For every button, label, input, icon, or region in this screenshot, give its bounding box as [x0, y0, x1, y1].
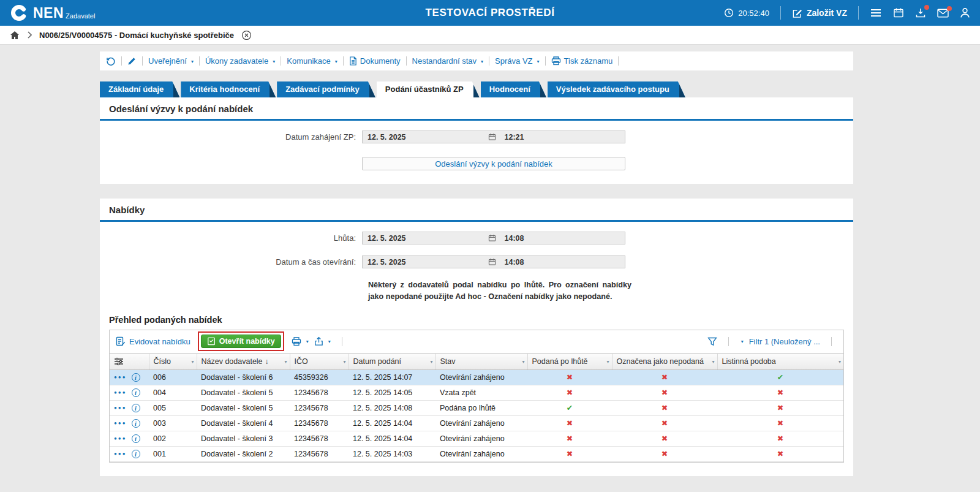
calendar-picker-icon[interactable] — [488, 258, 496, 266]
lhuta-input[interactable]: 12. 5. 2025 14:08 — [362, 232, 625, 244]
edit-record-icon[interactable] — [127, 56, 137, 66]
create-vz-button[interactable]: Založit VZ — [792, 8, 847, 18]
time-value[interactable]: 12:21 — [500, 133, 625, 142]
row-menu-icon[interactable]: ●●● — [114, 421, 127, 426]
home-icon[interactable] — [10, 31, 20, 40]
row-menu-icon[interactable]: ●●● — [114, 406, 127, 411]
row-info-icon[interactable]: i — [132, 404, 140, 412]
cell-oznacena-jako-nepodana: ✖ — [612, 446, 717, 461]
datum-zahajeni-input[interactable]: 12. 5. 2025 12:21 — [362, 131, 625, 143]
filter-caret-icon[interactable]: ▾ — [712, 359, 714, 365]
filter-caret-icon[interactable]: ▾ — [191, 359, 194, 365]
row-icons-cell: ●●●i — [110, 369, 149, 385]
brand[interactable]: NEN Zadavatel — [10, 4, 95, 22]
evidovat-nabidku-label: Evidovat nabídku — [129, 337, 190, 346]
record-toolbar: Uveřejnění ▾ Úkony zadavatele ▾ Komunika… — [100, 51, 853, 70]
history-icon[interactable] — [106, 56, 116, 66]
cross-icon: ✖ — [662, 434, 668, 443]
column-header-oznacena-jako-nepodana[interactable]: Označena jako nepodaná▾ — [612, 353, 717, 369]
table-row[interactable]: ●●●i006Dodavatel - školení 64535932612. … — [110, 369, 843, 385]
time-value[interactable]: 14:08 — [500, 234, 625, 243]
divider — [618, 56, 619, 66]
evidovat-nabidku-button[interactable]: Evidovat nabídku — [116, 336, 190, 346]
column-header-cislo[interactable]: Číslo▾ — [149, 353, 197, 369]
table-row[interactable]: ●●●i001Dodavatel - školení 21234567812. … — [110, 446, 843, 461]
menu-icon[interactable] — [870, 8, 882, 18]
cell-listinna-podoba: ✖ — [717, 385, 843, 400]
tab-podani-ucastniku-zp[interactable]: Podání účastníků ZP — [377, 81, 480, 97]
print-grid-button[interactable]: ▾ — [292, 337, 309, 346]
cell-oznacena-jako-nepodana: ✖ — [612, 369, 717, 385]
column-header-stav[interactable]: Stav▾ — [435, 353, 527, 369]
tab-zakladni-udaje[interactable]: Základní údaje — [100, 81, 179, 97]
row-menu-icon[interactable]: ●●● — [114, 375, 127, 380]
otevrit-nabidky-button[interactable]: Otevřít nabídky — [201, 335, 281, 348]
calendar-icon[interactable] — [893, 7, 904, 18]
menu-label: Úkony zadavatele — [205, 56, 268, 66]
row-info-icon[interactable]: i — [132, 388, 140, 397]
menu-uverejneni[interactable]: Uveřejnění ▾ — [148, 56, 194, 66]
column-header-datum-podani[interactable]: Datum podání▾ — [349, 353, 435, 369]
cell-podana-po-lhute: ✖ — [527, 369, 612, 385]
row-info-icon[interactable]: i — [132, 450, 140, 458]
cell-nazev-dodavatele: Dodavatel - školení 5 — [197, 385, 290, 400]
menu-komunikace[interactable]: Komunikace ▾ — [287, 56, 337, 66]
row-info-icon[interactable]: i — [132, 434, 140, 443]
column-header-nazev-dodavatele[interactable]: Název dodavatele↓▾ — [197, 353, 290, 369]
menu-dokumenty[interactable]: Dokumenty — [349, 56, 401, 66]
menu-ukony-zadavatele[interactable]: Úkony zadavatele ▾ — [205, 56, 275, 66]
cell-podana-po-lhute: ✔ — [527, 400, 612, 415]
filter-caret-icon[interactable]: ▾ — [606, 359, 609, 365]
row-menu-icon[interactable]: ●●● — [114, 436, 127, 442]
filter-caret-icon[interactable]: ▾ — [522, 359, 524, 365]
time-value[interactable]: 14:08 — [500, 258, 625, 267]
row-menu-icon[interactable]: ●●● — [114, 452, 127, 457]
filter-icon[interactable] — [707, 337, 717, 346]
date-value[interactable]: 12. 5. 2025 — [363, 234, 488, 243]
tab-vysledek-zadavaciho-postupu[interactable]: Výsledek zadávacího postupu — [548, 81, 685, 97]
otevirani-input[interactable]: 12. 5. 2025 14:08 — [362, 255, 625, 268]
cell-podana-po-lhute: ✖ — [527, 415, 612, 431]
close-record-icon[interactable] — [241, 30, 252, 40]
column-chooser[interactable] — [110, 353, 149, 369]
table-row[interactable]: ●●●i004Dodavatel - školení 51234567812. … — [110, 385, 843, 400]
messages-icon[interactable] — [937, 9, 949, 18]
date-value[interactable]: 12. 5. 2025 — [363, 133, 488, 142]
export-grid-button[interactable]: ▾ — [314, 336, 331, 346]
tab-kriteria-hodnoceni[interactable]: Kritéria hodnocení — [181, 81, 276, 97]
table-row[interactable]: ●●●i005Dodavatel - školení 51234567812. … — [110, 400, 843, 415]
downloads-icon[interactable] — [915, 7, 926, 18]
user-profile-icon[interactable] — [960, 7, 970, 18]
row-menu-icon[interactable]: ●●● — [114, 390, 127, 396]
filter-caret-icon[interactable]: ▾ — [284, 359, 287, 365]
calendar-picker-icon[interactable] — [488, 234, 496, 242]
date-value[interactable]: 12. 5. 2025 — [363, 258, 488, 267]
field-label-lhuta: Lhůta: — [100, 233, 362, 243]
caret-down-icon[interactable]: ▾ — [741, 339, 744, 344]
caret-down-icon: ▾ — [306, 339, 309, 344]
filter-caret-icon[interactable]: ▾ — [430, 359, 432, 365]
menu-sprava-vz[interactable]: Správa VZ ▾ — [495, 56, 539, 66]
filter-caret-icon[interactable]: ▾ — [343, 359, 345, 365]
filter-caret-icon[interactable]: ▾ — [839, 359, 841, 365]
edit-square-icon — [792, 8, 802, 18]
row-info-icon[interactable]: i — [132, 373, 140, 382]
calendar-picker-icon[interactable] — [488, 133, 496, 141]
column-header-podana-po-lhute[interactable]: Podaná po lhůtě▾ — [527, 353, 612, 369]
tab-hodnoceni[interactable]: Hodnocení — [481, 81, 546, 97]
cell-oznacena-jako-nepodana: ✖ — [612, 385, 717, 400]
cell-stav: Podána po lhůtě — [435, 400, 527, 415]
column-header-ico[interactable]: IČO▾ — [290, 353, 349, 369]
caret-down-icon: ▾ — [191, 59, 194, 64]
divider — [780, 6, 781, 20]
menu-nestandardni-stav[interactable]: Nestandardní stav ▾ — [412, 56, 484, 66]
column-header-listinna-podoba[interactable]: Listinná podoba▾ — [717, 353, 843, 369]
table-row[interactable]: ●●●i002Dodavatel - školení 31234567812. … — [110, 431, 843, 446]
breadcrumb-record[interactable]: N006/25/V00004575 - Domácí kuchyňské spo… — [39, 31, 234, 40]
table-row[interactable]: ●●●i003Dodavatel - školení 41234567812. … — [110, 415, 843, 431]
odeslani-vyzvy-button[interactable]: Odeslání výzvy k podání nabídek — [362, 157, 625, 170]
active-filter-label[interactable]: Filtr 1 (Neuložený ... — [749, 337, 820, 346]
menu-tisk-zaznamu[interactable]: Tisk záznamu — [551, 56, 613, 66]
tab-zadavaci-podminky[interactable]: Zadávací podmínky — [277, 81, 375, 97]
row-info-icon[interactable]: i — [132, 419, 140, 428]
